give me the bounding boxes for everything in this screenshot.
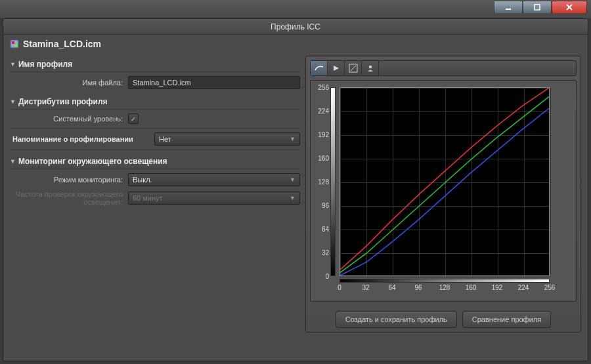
section-ambient-monitoring[interactable]: ▼ Мониторинг окружающего освещения <box>10 153 300 169</box>
filename-input[interactable] <box>128 76 300 89</box>
profile-file-icon <box>10 39 19 49</box>
section-title: Дистрибутив профиля <box>18 97 108 106</box>
chevron-down-icon: ▼ <box>290 176 296 183</box>
tab-user[interactable] <box>362 61 379 75</box>
profiling-reminder-select[interactable]: Нет ▼ <box>154 132 300 146</box>
svg-point-6 <box>368 66 371 68</box>
system-level-label: Системный уровень: <box>10 115 128 123</box>
y-gradient-bar <box>330 87 336 276</box>
chart-panel: 0326496128160192224256 03264961281601922… <box>305 56 581 333</box>
window-minimize-button[interactable] <box>494 1 523 14</box>
window-close-button[interactable] <box>552 1 587 14</box>
tone-curve-chart: 0326496128160192224256 03264961281601922… <box>313 83 573 300</box>
select-value: 60 минут <box>133 194 163 202</box>
section-title: Имя профиля <box>18 60 72 69</box>
section-profile-name[interactable]: ▼ Имя профиля <box>10 56 300 72</box>
monitoring-mode-select[interactable]: Выкл. ▼ <box>128 173 300 186</box>
check-frequency-label: Частота проверок окружающего освещения: <box>10 190 128 206</box>
select-value: Выкл. <box>133 176 152 184</box>
section-profile-distribution[interactable]: ▼ Дистрибутив профиля <box>10 93 300 110</box>
chevron-down-icon: ▼ <box>290 136 296 142</box>
profile-filename: Stamina_LCD.icm <box>23 39 101 49</box>
chart-toolbar <box>310 60 577 76</box>
create-save-profile-button[interactable]: Создать и сохранить профиль <box>336 311 457 328</box>
settings-panel: ▼ Имя профиля Имя файла: ▼ Дистрибутив п… <box>10 56 300 333</box>
select-value: Нет <box>159 135 171 143</box>
collapse-icon: ▼ <box>10 61 16 68</box>
chevron-down-icon: ▼ <box>290 195 296 201</box>
collapse-icon: ▼ <box>10 158 16 165</box>
section-title: Мониторинг окружающего освещения <box>18 157 167 166</box>
panel-title: Профиль ICC <box>3 19 588 35</box>
tab-edit[interactable] <box>345 61 362 75</box>
system-level-checkbox[interactable]: ✓ <box>128 113 139 124</box>
window-maximize-button[interactable] <box>523 1 552 14</box>
filename-label: Имя файла: <box>10 79 128 87</box>
svg-rect-1 <box>535 5 540 10</box>
monitoring-mode-label: Режим мониторинга: <box>10 176 128 184</box>
tab-arrow[interactable] <box>328 61 345 75</box>
profiling-reminder-label: Напоминание о профилировании <box>10 135 154 143</box>
tab-curves[interactable] <box>311 61 328 75</box>
svg-rect-4 <box>14 44 17 47</box>
x-gradient-bar <box>339 279 550 283</box>
check-frequency-select: 60 минут ▼ <box>128 192 300 205</box>
svg-rect-0 <box>506 9 511 10</box>
compare-profile-button[interactable]: Сравнение профиля <box>462 311 551 328</box>
collapse-icon: ▼ <box>10 98 16 105</box>
svg-rect-3 <box>12 41 14 44</box>
window-titlebar <box>0 0 591 18</box>
